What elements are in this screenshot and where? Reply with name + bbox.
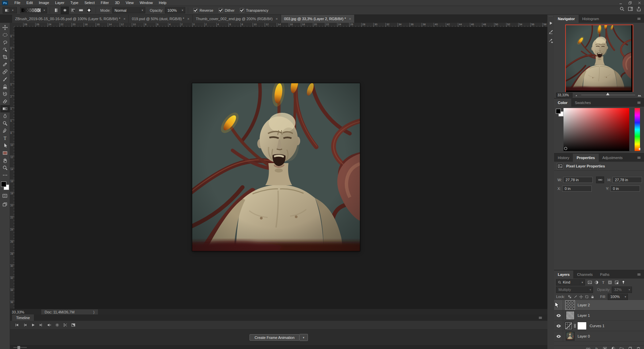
layer-row[interactable]: Layer 1 <box>554 310 644 321</box>
workspace-icon[interactable] <box>628 6 633 11</box>
collapsed-panel-button[interactable] <box>547 28 554 36</box>
tool-button[interactable] <box>0 68 10 76</box>
timeline-button[interactable] <box>45 322 53 329</box>
share-icon[interactable] <box>636 6 641 11</box>
layer-thumbnail[interactable] <box>566 301 575 309</box>
timeline-zoom-slider[interactable] <box>13 347 27 348</box>
layer-row[interactable]: Curves 1 <box>554 321 644 331</box>
hamburger-icon[interactable] <box>538 316 543 320</box>
timeline-button[interactable] <box>53 322 61 329</box>
gradient-type-button[interactable] <box>61 7 69 14</box>
lock-button[interactable] <box>584 294 590 299</box>
gradient-type-button[interactable] <box>77 7 85 14</box>
tool-button[interactable] <box>0 142 10 149</box>
layer-opacity-select[interactable]: 32% ▾ <box>612 287 632 293</box>
height-field[interactable]: 27,78 in <box>612 177 642 183</box>
tool-button[interactable] <box>0 157 10 164</box>
adjustment-layer-thumbnails[interactable] <box>565 322 587 330</box>
layer-visibility-toggle[interactable] <box>554 331 563 341</box>
search-icon[interactable] <box>620 6 625 11</box>
new-layer-icon[interactable] <box>628 346 632 349</box>
panel-tab[interactable]: Properties <box>573 154 598 162</box>
hamburger-icon[interactable] <box>637 101 641 105</box>
tool-button[interactable] <box>0 76 10 83</box>
timeline-button[interactable] <box>29 322 37 329</box>
hue-slider-marker[interactable] <box>638 148 640 150</box>
document-tab[interactable]: ZBrush_2019-05-15_00-16-05.psd @ 100% (L… <box>12 15 129 23</box>
timeline-button[interactable] <box>61 322 69 329</box>
lock-button[interactable] <box>578 294 584 299</box>
layer-group-icon[interactable] <box>620 346 624 349</box>
menu-item[interactable]: Help <box>156 0 170 6</box>
tool-button[interactable] <box>0 149 10 157</box>
option-checkbox[interactable]: Transparency <box>240 8 268 12</box>
menu-item[interactable]: File <box>11 0 23 6</box>
layer-fill-select[interactable]: 100% ▾ <box>608 294 628 300</box>
menu-item[interactable]: Layer <box>52 0 67 6</box>
layer-name[interactable]: Layer 0 <box>578 334 590 338</box>
timeline-button[interactable] <box>21 322 29 329</box>
layer-name[interactable]: Layer 2 <box>578 303 590 307</box>
gradient-picker[interactable]: ▾ <box>20 7 47 13</box>
curves-icon[interactable] <box>565 322 573 330</box>
layer-row[interactable]: Layer 0 <box>554 331 644 342</box>
foreground-background-colors[interactable] <box>1 182 9 190</box>
screen-mode-button[interactable] <box>0 201 10 208</box>
layer-filter-button[interactable] <box>606 279 613 285</box>
tool-button[interactable] <box>0 171 10 179</box>
timeline-button[interactable] <box>13 322 21 329</box>
panel-tab[interactable]: Channels <box>573 270 596 279</box>
panel-tab[interactable]: Swatches <box>571 99 595 107</box>
menu-item[interactable]: Image <box>36 0 52 6</box>
menu-item[interactable]: Window <box>137 0 156 6</box>
layer-filter-button[interactable] <box>613 279 620 285</box>
close-tab-icon[interactable]: × <box>276 17 278 21</box>
slider-handle[interactable] <box>17 346 20 349</box>
tool-button[interactable] <box>0 120 10 127</box>
close-tab-icon[interactable]: × <box>123 17 125 21</box>
link-layers-icon[interactable] <box>586 346 590 349</box>
panel-tab[interactable]: History <box>554 154 573 162</box>
layer-filter-button[interactable] <box>620 279 627 285</box>
window-control-button[interactable] <box>635 0 644 5</box>
hamburger-icon[interactable] <box>637 156 641 160</box>
saturation-brightness-picker[interactable] <box>564 108 629 151</box>
x-field[interactable]: 0 in <box>562 186 592 192</box>
close-tab-icon[interactable]: × <box>349 17 351 21</box>
dock-grip[interactable] <box>549 16 553 18</box>
tool-button[interactable] <box>0 61 10 68</box>
menu-item[interactable]: Filter <box>98 0 112 6</box>
vertical-ruler[interactable]: 8642024681012141618202224262830323436 <box>10 27 15 309</box>
layer-row[interactable]: Layer 2 <box>554 300 644 310</box>
document-tab[interactable]: 019.psd @ 50% (dust, RGB/8) * × <box>129 15 193 23</box>
panel-tab[interactable]: Navigator <box>554 15 579 23</box>
timeline-button[interactable] <box>37 322 45 329</box>
hue-slider[interactable] <box>635 108 640 151</box>
timeline-button[interactable] <box>69 322 77 329</box>
menu-item[interactable]: View <box>123 0 137 6</box>
tool-button[interactable] <box>0 53 10 61</box>
delete-layer-icon[interactable] <box>636 346 641 349</box>
width-field[interactable]: 27,78 in <box>563 177 593 183</box>
gradient-type-button[interactable] <box>53 7 61 14</box>
zoom-out-mountain-icon[interactable] <box>575 93 579 97</box>
layer-blend-mode-select[interactable]: Multiply ▾ <box>556 287 593 293</box>
tool-button[interactable]: T <box>0 135 10 142</box>
hamburger-icon[interactable] <box>637 17 641 21</box>
status-zoom-field[interactable]: 33,33% <box>10 310 35 314</box>
layer-thumbnail[interactable] <box>566 311 575 320</box>
layer-mask-thumbnail[interactable] <box>577 322 587 330</box>
layer-thumbnail[interactable] <box>566 332 575 341</box>
quick-mask-button[interactable] <box>0 192 10 199</box>
menu-item[interactable]: Select <box>82 0 98 6</box>
tool-button[interactable] <box>0 112 10 120</box>
y-field[interactable]: 0 in <box>610 186 640 192</box>
create-frame-animation-dropdown[interactable]: ▾ <box>300 334 308 341</box>
panel-tab[interactable]: Paths <box>596 270 613 279</box>
menu-item[interactable]: Type <box>67 0 82 6</box>
opacity-select[interactable]: 100% ▾ <box>165 7 185 13</box>
menu-item[interactable]: 3D <box>112 0 123 6</box>
foreground-color-swatch[interactable] <box>1 182 6 187</box>
panel-tab[interactable]: Layers <box>554 270 573 279</box>
tool-button[interactable] <box>0 164 10 171</box>
